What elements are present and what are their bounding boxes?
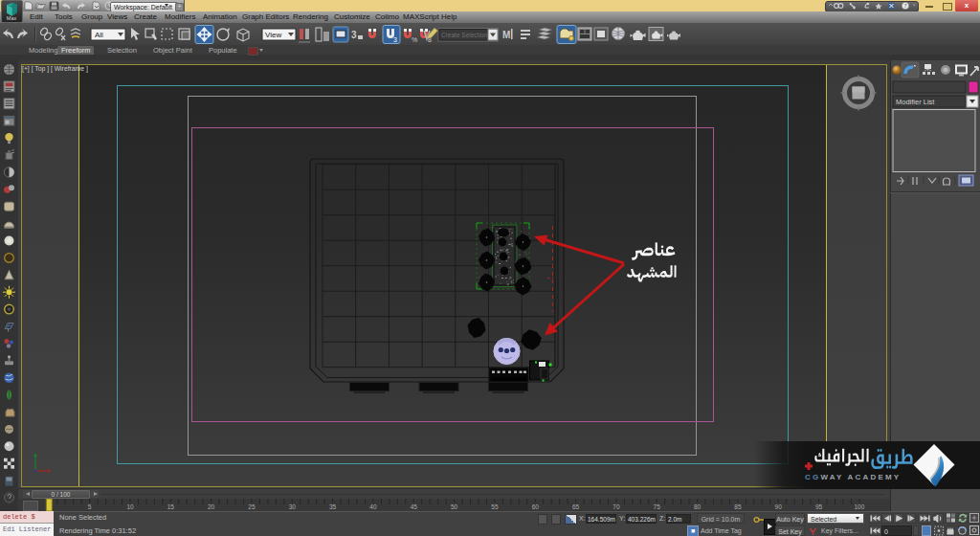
svg-text:70: 70 bbox=[612, 503, 620, 510]
svg-text:75: 75 bbox=[654, 503, 661, 510]
svg-text:25: 25 bbox=[248, 503, 256, 510]
svg-text:View: View bbox=[265, 31, 281, 39]
svg-text:60: 60 bbox=[532, 503, 540, 510]
svg-text:Max: Max bbox=[7, 15, 17, 21]
svg-text:35: 35 bbox=[329, 503, 337, 510]
svg-text:50: 50 bbox=[451, 503, 458, 510]
svg-text:?: ? bbox=[904, 2, 907, 9]
svg-text:10: 10 bbox=[126, 503, 134, 510]
svg-text:3: 3 bbox=[351, 30, 357, 40]
svg-text:5: 5 bbox=[88, 503, 92, 510]
svg-text:All: All bbox=[95, 31, 103, 39]
svg-text:100: 100 bbox=[854, 503, 864, 510]
svg-text:20: 20 bbox=[208, 503, 215, 510]
svg-text:3: 3 bbox=[393, 36, 397, 43]
svg-text:Modifier List: Modifier List bbox=[896, 98, 935, 106]
svg-text:55: 55 bbox=[491, 503, 499, 510]
svg-text:90: 90 bbox=[775, 503, 783, 510]
svg-text:CGWAY ACADEMY: CGWAY ACADEMY bbox=[805, 473, 901, 481]
svg-text:45: 45 bbox=[411, 503, 418, 510]
svg-text:65: 65 bbox=[572, 503, 580, 510]
svg-text:15: 15 bbox=[167, 503, 175, 510]
svg-text:Create Selection: Create Selection bbox=[441, 32, 487, 38]
svg-text:95: 95 bbox=[815, 503, 823, 510]
svg-text:%: % bbox=[412, 36, 417, 43]
svg-text:M: M bbox=[502, 30, 510, 40]
svg-text:30: 30 bbox=[289, 503, 297, 510]
svg-text:40: 40 bbox=[369, 503, 377, 510]
svg-text:80: 80 bbox=[694, 503, 702, 510]
svg-text:85: 85 bbox=[734, 503, 742, 510]
